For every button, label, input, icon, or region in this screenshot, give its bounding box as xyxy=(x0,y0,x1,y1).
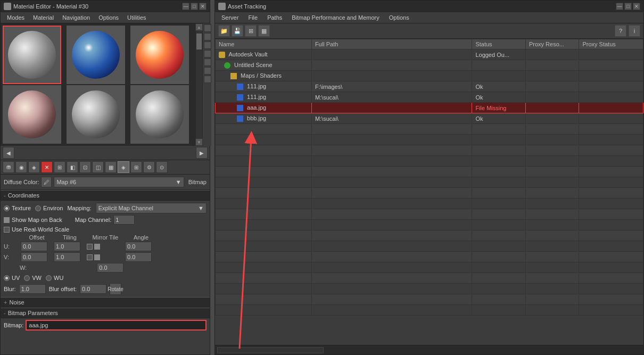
bitmap-toggle[interactable]: - xyxy=(4,310,6,316)
material-slot-1[interactable] xyxy=(67,26,125,84)
material-slot-5[interactable] xyxy=(130,85,189,144)
cell-name-111m: 111.jpg xyxy=(216,92,312,103)
scroll-up-button[interactable]: ▲ xyxy=(195,23,203,31)
table-row[interactable]: 111.jpg F:\images\ Ok xyxy=(216,81,643,92)
material-grid-scrollbar[interactable]: ▲ ▼ xyxy=(195,23,203,146)
offset-u-spinbox[interactable]: 0.0 xyxy=(21,242,47,251)
mirror-u-cb[interactable] xyxy=(87,244,93,250)
blur-spinbox[interactable]: 1.0 xyxy=(19,284,46,294)
uv-radio[interactable] xyxy=(4,275,10,281)
tool-btn-7[interactable]: ◫ xyxy=(92,161,104,173)
material-slot-2[interactable] xyxy=(130,26,189,84)
scroll-thumb[interactable] xyxy=(196,34,202,49)
menu-modes[interactable]: Modes xyxy=(3,13,29,22)
mapping-dropdown[interactable]: Explicit Map Channel ▼ xyxy=(96,203,207,213)
mirror-v-cb[interactable] xyxy=(87,254,93,260)
side-icon-5[interactable] xyxy=(204,59,211,66)
table-row-highlighted[interactable]: aaa.jpg File Missing xyxy=(216,103,643,113)
vw-radio[interactable] xyxy=(24,275,30,281)
at-toolbar-btn-2[interactable]: 💾 xyxy=(232,25,243,37)
side-icon-7[interactable] xyxy=(204,76,211,83)
tool-btn-highlight[interactable]: ◈ xyxy=(118,161,129,173)
angle-u-spinbox[interactable]: 0.0 xyxy=(125,242,152,251)
side-icon-2[interactable] xyxy=(204,33,211,40)
col-header-proxy-res[interactable]: Proxy Reso... xyxy=(525,39,579,49)
environ-radio[interactable] xyxy=(35,205,41,211)
tool-btn-11[interactable]: ⊙ xyxy=(156,161,168,173)
texture-radio[interactable] xyxy=(4,205,10,211)
at-minimize-button[interactable]: — xyxy=(616,3,623,10)
tool-btn-6[interactable]: ⊡ xyxy=(79,161,91,173)
tile-v-cb[interactable] xyxy=(94,254,100,260)
minimize-button[interactable]: — xyxy=(182,3,189,10)
wu-radio[interactable] xyxy=(46,275,52,281)
tool-btn-9[interactable]: ⊞ xyxy=(130,161,142,173)
tool-btn-3[interactable]: ◈ xyxy=(28,161,40,173)
at-toolbar-btn-3[interactable]: ⊞ xyxy=(245,25,257,37)
tile-u-cb[interactable] xyxy=(94,244,100,250)
at-menu-options[interactable]: Options xyxy=(385,13,414,22)
tool-btn-5[interactable]: ◧ xyxy=(67,161,78,173)
at-info-button[interactable]: i xyxy=(629,25,640,37)
scroll-down-button[interactable]: ▼ xyxy=(195,138,203,146)
menu-material[interactable]: Material xyxy=(29,13,58,22)
menu-options[interactable]: Options xyxy=(94,13,123,22)
offset-v-spinbox[interactable]: 0.0 xyxy=(21,252,47,262)
col-header-fullpath[interactable]: Full Path xyxy=(311,39,472,49)
tool-btn-10[interactable]: ⚙ xyxy=(143,161,155,173)
real-world-checkbox[interactable] xyxy=(4,227,10,233)
material-editor-toolbar: ⛃ ◉ ◈ ✕ ⊞ ◧ ⊡ ◫ ▦ ◈ ⊞ ⚙ ⊙ xyxy=(1,160,210,175)
at-menu-file[interactable]: File xyxy=(244,13,262,22)
tiling-v-spinbox[interactable]: 1.0 xyxy=(54,252,80,262)
coordinates-toggle[interactable]: - xyxy=(4,192,6,199)
side-icon-4[interactable] xyxy=(204,50,211,57)
material-slot-3[interactable] xyxy=(3,85,61,144)
at-toolbar-btn-4[interactable]: ▦ xyxy=(258,25,270,37)
noise-toggle[interactable]: + xyxy=(4,299,7,306)
bitmap-file-input[interactable]: aaa.jpg xyxy=(26,320,207,331)
tiling-u-spinbox[interactable]: 1.0 xyxy=(54,242,80,251)
at-help-button[interactable]: ? xyxy=(615,25,626,37)
table-row[interactable]: Autodesk Vault Logged Ou... xyxy=(216,49,643,60)
at-close-button[interactable]: ✕ xyxy=(633,3,640,10)
col-header-status[interactable]: Status xyxy=(472,39,526,49)
show-map-checkbox[interactable] xyxy=(4,217,10,223)
at-menu-bitmap[interactable]: Bitmap Performance and Memory xyxy=(287,13,383,22)
menu-utilities[interactable]: Utilities xyxy=(123,13,150,22)
map-channel-spinbox[interactable]: 1 xyxy=(113,215,135,225)
tool-btn-4[interactable]: ⊞ xyxy=(54,161,65,173)
angle-v-spinbox[interactable]: 0.0 xyxy=(125,252,152,262)
tool-btn-2[interactable]: ◉ xyxy=(15,161,27,173)
table-row-empty xyxy=(216,167,643,177)
col-header-proxy-status[interactable]: Proxy Status xyxy=(579,39,643,49)
side-icon-1[interactable] xyxy=(204,24,211,32)
side-icon-6[interactable] xyxy=(204,67,211,75)
table-row[interactable]: Maps / Shaders xyxy=(216,71,643,81)
side-icon-3[interactable] xyxy=(204,42,211,49)
next-button[interactable]: ▶ xyxy=(196,147,208,159)
offset-label: Offset xyxy=(21,234,53,241)
close-button[interactable]: ✕ xyxy=(199,3,207,10)
maximize-button[interactable]: □ xyxy=(191,3,198,10)
at-maximize-button[interactable]: □ xyxy=(624,3,632,10)
material-slot-4[interactable] xyxy=(67,85,125,144)
blur-offset-spinbox[interactable]: 0.0 xyxy=(80,284,106,294)
at-toolbar-btn-1[interactable]: 📁 xyxy=(218,25,230,37)
table-row[interactable]: Untitled Scene xyxy=(216,60,643,71)
table-row[interactable]: bbb.jpg M:\sucai\ Ok xyxy=(216,113,643,124)
map-dropdown[interactable]: Map #6 ▼ xyxy=(54,177,184,187)
tool-btn-delete[interactable]: ✕ xyxy=(41,161,53,173)
tool-btn-8[interactable]: ▦ xyxy=(105,161,117,173)
angle-w-spinbox[interactable]: 0.0 xyxy=(97,263,123,273)
tool-btn-1[interactable]: ⛃ xyxy=(3,161,14,173)
prev-button[interactable]: ◀ xyxy=(3,147,14,159)
menu-navigation[interactable]: Navigation xyxy=(58,13,94,22)
rotate-button[interactable]: Rotate xyxy=(110,283,121,295)
uv-label: UV xyxy=(12,275,20,281)
color-picker-button[interactable]: 🖉 xyxy=(41,177,52,187)
material-slot-0[interactable] xyxy=(3,26,61,84)
col-header-name[interactable]: Name xyxy=(216,39,312,49)
at-menu-paths[interactable]: Paths xyxy=(263,13,286,22)
table-row[interactable]: 111.jpg M:\sucai\ Ok xyxy=(216,92,643,103)
at-menu-server[interactable]: Server xyxy=(217,13,243,22)
